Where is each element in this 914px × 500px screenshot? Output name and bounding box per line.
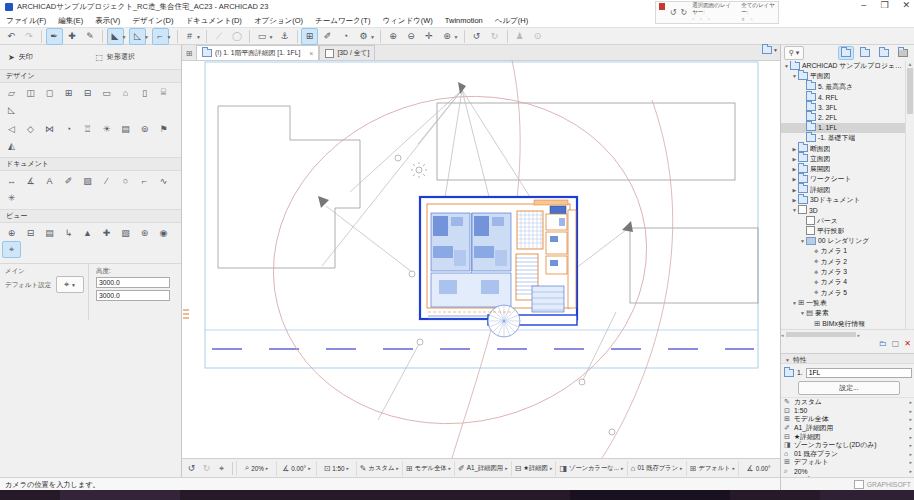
undo-icon[interactable]: ↶ (3, 28, 20, 45)
marquee-tool[interactable]: ⬚ 矩形選択 (92, 50, 178, 64)
document-section-header[interactable]: ドキュメント (0, 157, 181, 171)
3d-document-icon[interactable]: ▧ (116, 224, 135, 241)
flyout-arrow-icon[interactable]: ▸ (909, 399, 912, 405)
tree-item[interactable]: ▼ 平面図 (781, 71, 907, 81)
menu-item[interactable]: デザイン(D) (126, 14, 179, 27)
flyout-arrow-icon[interactable]: ▸ (347, 465, 350, 471)
marquee-mode-icon[interactable]: ⊞ (301, 28, 318, 45)
stair-icon[interactable]: ⌸ (154, 84, 173, 101)
expand-arrow-icon[interactable]: ▶ (791, 166, 798, 172)
options-gear-icon[interactable]: ⚙▼ (355, 28, 372, 45)
lamp-icon[interactable]: ☀ (97, 120, 116, 137)
change-icon[interactable]: ✚ (97, 224, 116, 241)
flyout-arrow-icon[interactable]: ▸ (909, 442, 912, 448)
flyout-arrow-icon[interactable]: ▸ (449, 465, 452, 471)
wall-icon[interactable]: ▱ (2, 84, 21, 101)
target-z-field[interactable] (96, 290, 170, 301)
label-icon[interactable]: ✐ (59, 172, 78, 189)
floor-plan-viewport[interactable] (182, 60, 780, 458)
spline-icon[interactable]: ∿ (154, 172, 173, 189)
previous-view-icon[interactable]: ↺ (468, 28, 485, 45)
zoom-out-icon[interactable]: ⊖ (403, 28, 420, 45)
view-forward-icon[interactable]: ↻ (200, 460, 214, 477)
model-view-option[interactable]: ◨ ゾーンカラーな... ▸ (555, 461, 626, 476)
fit-in-window-icon[interactable]: ⌖ (215, 460, 229, 477)
orientation-option[interactable]: ∡ 0.00° ▸ (276, 461, 316, 476)
anchor-icon[interactable]: ⚓ (276, 28, 293, 45)
zone-icon[interactable]: ◁ (2, 120, 21, 137)
flyout-arrow-icon[interactable]: ▸ (308, 465, 311, 471)
flyout-arrow-icon[interactable]: ▸ (550, 465, 553, 471)
pen-set-property[interactable]: ✎ カスタム ▸ (781, 398, 914, 407)
menu-item[interactable]: 表示(V) (89, 14, 126, 27)
tree-item[interactable]: 平行投影 (781, 226, 907, 236)
curtain-wall-icon[interactable]: ▤ (116, 120, 135, 137)
elevation-icon[interactable]: ⊟ (21, 224, 40, 241)
flyout-arrow-icon[interactable]: ▸ (909, 459, 912, 465)
expand-arrow-icon[interactable]: ▶ (791, 156, 798, 162)
expand-arrow-icon[interactable]: ▼ (799, 238, 806, 244)
expand-arrow-icon[interactable]: ▶ (791, 176, 798, 182)
flyout-arrow-icon[interactable]: ▸ (680, 465, 683, 471)
polyline-icon[interactable]: ⌐ (135, 172, 154, 189)
redo-icon[interactable]: ↷ (21, 28, 38, 45)
railing-icon[interactable]: ♖ (78, 120, 97, 137)
pen-set-option[interactable]: ✎ カスタム ▸ (356, 461, 402, 476)
tree-item[interactable]: ▶ 3Dドキュメント (781, 195, 907, 205)
tree-item[interactable]: ▼ 3D (781, 205, 907, 215)
camera-z-field[interactable] (96, 277, 170, 288)
mesh-icon[interactable]: ◇ (21, 120, 40, 137)
pan-icon[interactable]: ✛ (421, 28, 438, 45)
circle-icon[interactable]: ○ (116, 172, 135, 189)
design-section-header[interactable]: デザイン (0, 69, 181, 83)
line-icon[interactable]: ∕ (97, 172, 116, 189)
flyout-arrow-icon[interactable]: ▸ (909, 468, 912, 474)
next-view-icon[interactable]: ↻ (486, 28, 503, 45)
flyout-arrow-icon[interactable]: ▸ (909, 408, 912, 414)
tree-item[interactable]: ⌖ カメラ 2 (781, 257, 907, 267)
rotate-right-icon[interactable]: ↻ (681, 8, 688, 17)
window-icon[interactable]: ◻ (40, 84, 59, 101)
angle-dimension-icon[interactable]: ∡ (21, 172, 40, 189)
column-icon[interactable]: ⊞ (59, 84, 78, 101)
adjust-pen-icon[interactable]: ✒ (46, 28, 63, 45)
section-icon[interactable]: ⊕ (2, 224, 21, 241)
menu-item[interactable]: チームワーク(T) (309, 14, 376, 27)
menu-item[interactable]: オプション(O) (248, 14, 309, 27)
all-layer-icons[interactable]: ⌽ ◦ (741, 16, 775, 23)
pickup-parameters-icon[interactable]: ✚ (64, 28, 81, 45)
settings-button[interactable]: 設定... (798, 381, 900, 395)
tree-item[interactable]: ⌖ カメラ 3 (781, 267, 907, 277)
fill-icon[interactable]: ▨ (78, 172, 97, 189)
flyout-arrow-icon[interactable]: ▸ (266, 465, 269, 471)
zoom-options-icon[interactable]: ⊛▼ (439, 28, 456, 45)
snap-guides-icon[interactable]: ◺▼ (129, 28, 146, 45)
rotate-left-icon[interactable]: ↺ (670, 8, 677, 17)
tree-item[interactable]: ⌖ カメラ 4 (781, 277, 907, 287)
quick-layers-toggle[interactable]: ▼ (762, 46, 778, 54)
pen-set-view-option[interactable]: ✐ A1_詳細図用 ▸ (454, 461, 511, 476)
new-folder-icon[interactable]: 🗀 (879, 339, 887, 348)
tree-item[interactable]: ▼ 00 レンダリング (781, 236, 907, 246)
tree-item[interactable]: パース (781, 215, 907, 225)
tree-item[interactable]: 4. RFL (781, 92, 907, 102)
axonometry-icon[interactable]: ◉ (154, 224, 173, 241)
record-icon[interactable] (659, 3, 665, 10)
menu-item[interactable]: ヘルプ(H) (489, 14, 534, 27)
door-icon[interactable]: ◫ (21, 84, 40, 101)
zoom-in-icon[interactable]: ⊕ (385, 28, 402, 45)
flyout-arrow-icon[interactable]: ▸ (909, 434, 912, 440)
new-item-icon[interactable]: ▢ (892, 339, 900, 348)
properties-header[interactable]: ▼特性 (781, 353, 914, 364)
expand-arrow-icon[interactable]: ▼ (791, 207, 798, 213)
tree-item[interactable]: ▼ ⊞ 一覧表 (781, 298, 907, 308)
layer-combination-option[interactable]: ⊟ ★詳細図 ▸ (511, 461, 556, 476)
menu-item[interactable]: ドキュメント(D) (179, 14, 247, 27)
menu-item[interactable]: 編集(E) (52, 14, 89, 27)
beam-icon[interactable]: ⊟ (78, 84, 97, 101)
project-map-icon[interactable] (838, 46, 854, 60)
hotspot-icon[interactable]: ✳ (2, 189, 21, 206)
view-section-header[interactable]: ビュー (0, 209, 181, 223)
layout-book-icon[interactable] (876, 46, 892, 60)
close-button[interactable]: ✕ (902, 0, 910, 10)
